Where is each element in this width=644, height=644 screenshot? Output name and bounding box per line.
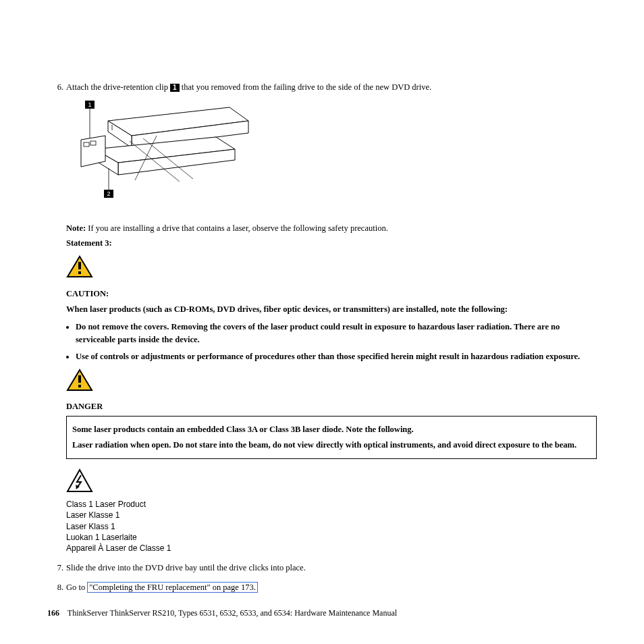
note-text: If you are installing a drive that conta… bbox=[86, 223, 388, 233]
caution-intro: When laser products (such as CD-ROMs, DV… bbox=[66, 303, 597, 316]
page-footer: 166 ThinkServer ThinkServer RS210, Types… bbox=[47, 608, 397, 618]
caution-bullet-2: Use of controls or adjustments or perfor… bbox=[76, 350, 597, 363]
step-number: 7. bbox=[47, 562, 66, 574]
step-8: 8. Go to "Completing the FRU replacement… bbox=[47, 581, 597, 594]
svg-rect-18 bbox=[78, 262, 81, 269]
danger-p1: Some laser products contain an embedded … bbox=[72, 423, 591, 436]
callout-1-label: 1 bbox=[88, 101, 91, 108]
step-6-text-a: Attach the drive-retention clip bbox=[66, 82, 170, 92]
danger-p2: Laser radiation when open. Do not stare … bbox=[72, 439, 591, 452]
electric-hazard-icon bbox=[66, 468, 597, 497]
step-6: 6. Attach the drive-retention clip 1 tha… bbox=[47, 81, 597, 94]
svg-rect-10 bbox=[84, 142, 89, 146]
note-section: Note: If you are installing a drive that… bbox=[66, 222, 597, 554]
svg-marker-9 bbox=[81, 136, 105, 167]
step-8-text-a: Go to bbox=[66, 583, 87, 592]
page-number: 166 bbox=[47, 608, 59, 618]
fru-replacement-link[interactable]: "Completing the FRU replacement" on page… bbox=[87, 582, 258, 593]
laser-line-1: Class 1 Laser Product bbox=[66, 499, 597, 510]
step-6-text-b: that you removed from the failing drive … bbox=[180, 82, 432, 92]
step-text: Go to "Completing the FRU replacement" o… bbox=[66, 581, 597, 594]
danger-triangle-icon bbox=[66, 369, 597, 396]
svg-rect-11 bbox=[90, 141, 96, 145]
step-text: Slide the drive into the DVD drive bay u… bbox=[66, 562, 597, 574]
page-body: 6. Attach the drive-retention clip 1 tha… bbox=[0, 0, 644, 628]
laser-line-4: Luokan 1 Laserlaite bbox=[66, 532, 597, 543]
laser-line-3: Laser Klass 1 bbox=[66, 521, 597, 532]
svg-marker-23 bbox=[68, 470, 92, 491]
callout-badge-1: 1 bbox=[170, 84, 180, 92]
note-lead: Note: bbox=[66, 223, 86, 233]
footer-text: ThinkServer ThinkServer RS210, Types 653… bbox=[68, 608, 397, 618]
caution-bullet-1: Do not remove the covers. Removing the c… bbox=[76, 321, 597, 346]
dvd-drive-illustration: 1 2 bbox=[74, 101, 597, 213]
step-7: 7. Slide the drive into the DVD drive ba… bbox=[47, 562, 597, 574]
callout-2-label: 2 bbox=[107, 190, 110, 197]
step-number: 6. bbox=[47, 81, 66, 94]
svg-rect-21 bbox=[78, 375, 81, 383]
svg-rect-22 bbox=[78, 385, 81, 387]
danger-heading: DANGER bbox=[66, 400, 597, 413]
caution-triangle-icon bbox=[66, 255, 597, 282]
laser-line-5: Appareil À Laser de Classe 1 bbox=[66, 543, 597, 554]
note-line: Note: If you are installing a drive that… bbox=[66, 222, 597, 235]
caution-bullets: Do not remove the covers. Removing the c… bbox=[66, 321, 597, 363]
svg-rect-19 bbox=[78, 271, 81, 274]
caution-heading: CAUTION: bbox=[66, 288, 597, 300]
laser-class-list: Class 1 Laser Product Laser Klasse 1 Las… bbox=[66, 499, 597, 554]
danger-box: Some laser products contain an embedded … bbox=[66, 416, 597, 459]
statement-heading: Statement 3: bbox=[66, 237, 597, 250]
step-number: 8. bbox=[47, 581, 66, 594]
step-text: Attach the drive-retention clip 1 that y… bbox=[66, 81, 597, 94]
laser-line-2: Laser Klasse 1 bbox=[66, 510, 597, 520]
